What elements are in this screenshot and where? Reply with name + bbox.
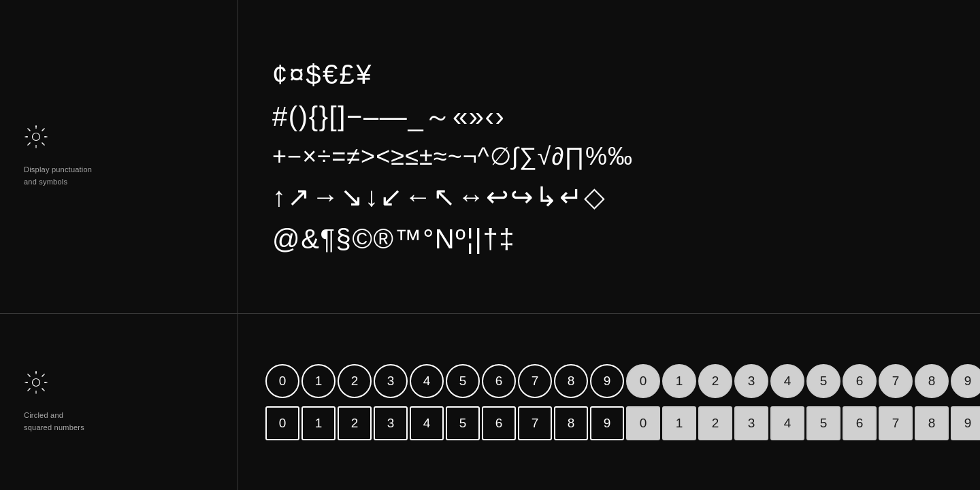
svg-point-16 [33,379,40,387]
punctuation-label: Display punctuation and symbols [24,164,92,188]
squared-filled-5: 5 [806,406,840,440]
sun-icon-bottom [24,370,48,397]
symbol-row-3: +−×÷=≠><≥≤±≈~¬^∅∫∑√∂∏%‰ [272,138,946,175]
squared-numbers-row: 0 1 2 3 4 5 6 [265,406,980,440]
circled-filled-8: 8 [915,364,949,398]
squared-outline-3: 3 [374,406,408,440]
symbol-row-5: @&¶§©®™°Nº¦|†‡ [272,218,946,259]
circled-filled-9: 9 [951,364,980,398]
circled-outline-4: 4 [410,364,444,398]
svg-line-12 [42,143,44,144]
svg-line-10 [42,130,44,131]
symbol-row-1: ¢¤$€£¥ [272,54,946,95]
page-container: Display punctuation and symbols ¢¤$€£¥ #… [0,0,980,490]
squared-outline-9: 9 [590,406,624,440]
svg-line-29 [29,389,31,390]
circled-numbers-row: 0 1 2 3 4 5 6 [265,364,980,398]
svg-point-0 [33,133,40,141]
circled-filled-5: 5 [806,364,840,398]
punctuation-left-panel: Display punctuation and symbols [0,0,238,313]
squared-outline-1: 1 [301,406,336,440]
circled-filled-2: 2 [698,364,732,398]
squared-outline-4: 4 [410,406,444,440]
squared-outline-2: 2 [338,406,372,440]
squared-filled-8: 8 [915,406,949,440]
squared-outline-6: 6 [482,406,516,440]
circled-outline-2: 2 [338,364,372,398]
sun-icon-top [24,125,48,152]
squared-filled-2: 2 [698,406,732,440]
squared-filled-3: 3 [734,406,768,440]
numbers-section: 0 1 2 3 4 5 6 [238,314,980,490]
squared-outline-7: 7 [518,406,552,440]
squared-filled-4: 4 [770,406,804,440]
circled-filled-4: 4 [770,364,804,398]
squared-filled-9: 9 [951,406,980,440]
svg-line-26 [42,376,44,377]
circled-outline-0: 0 [265,364,299,398]
squared-outline-8: 8 [554,406,588,440]
circled-outline-9: 9 [590,364,624,398]
svg-line-31 [29,376,31,377]
circled-filled-6: 6 [843,364,877,398]
circled-filled-7: 7 [879,364,913,398]
circled-filled-3: 3 [734,364,768,398]
squared-filled-0: 0 [626,406,660,440]
symbol-row-4: ↑↗→↘↓↙←↖↔↩↪↳↵◇ [272,176,946,217]
circled-outline-6: 6 [482,364,516,398]
circled-filled-1: 1 [662,364,696,398]
symbol-row-2: #(){}[]−–—_～«»‹› [272,96,946,137]
circled-outline-3: 3 [374,364,408,398]
circled-outline-7: 7 [518,364,552,398]
svg-line-28 [42,389,44,390]
svg-line-13 [29,143,31,144]
circled-outline-5: 5 [446,364,480,398]
svg-line-15 [29,130,31,131]
numbers-label: Circled and squared numbers [24,410,84,434]
numbers-left-panel: Circled and squared numbers [0,314,238,490]
circled-outline-8: 8 [554,364,588,398]
symbol-section: ¢¤$€£¥ #(){}[]−–—_～«»‹› +−×÷=≠><≥≤±≈~¬^∅… [238,0,980,313]
squared-outline-5: 5 [446,406,480,440]
circled-filled-0: 0 [626,364,660,398]
squared-filled-6: 6 [843,406,877,440]
circled-outline-1: 1 [301,364,336,398]
squared-filled-7: 7 [879,406,913,440]
squared-filled-1: 1 [662,406,696,440]
squared-outline-0: 0 [265,406,299,440]
